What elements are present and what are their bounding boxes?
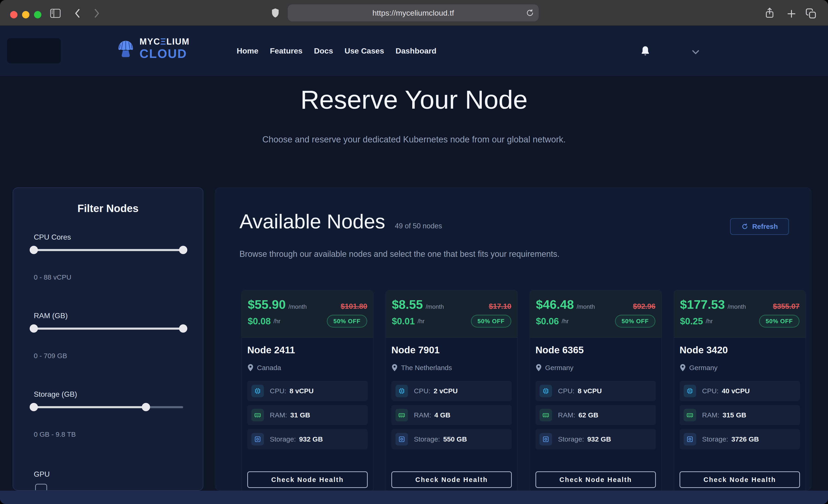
cpu-spec-row: CPU: 40 vCPU [679, 381, 800, 401]
storage-value: 3726 GB [731, 435, 759, 443]
storage-value: 550 GB [443, 435, 467, 443]
hourly-price: $0.08 [248, 316, 271, 327]
available-nodes-panel: Available Nodes 49 of 50 nodes Refresh B… [215, 187, 812, 491]
traffic-light-zoom-button[interactable] [34, 11, 41, 18]
storage-icon [396, 433, 408, 446]
cpu-spec-row: CPU: 8 vCPU [247, 381, 368, 401]
storage-label: Storage: [270, 435, 296, 443]
node-card[interactable]: $46.48 /month $92.96 $0.06 /hr 50% OFF N… [530, 290, 662, 491]
filter-label-storage: Storage (GB) [34, 390, 77, 398]
cpu-value: 8 vCPU [290, 387, 314, 395]
filter-panel: Filter Nodes CPU Cores 0 - 88 vCPU RAM (… [13, 187, 203, 491]
storage-slider-handle-min[interactable] [30, 403, 38, 411]
back-icon[interactable] [73, 8, 82, 18]
location-pin-icon [535, 364, 542, 372]
ram-slider-handle-min[interactable] [30, 324, 38, 333]
nav-link-home[interactable]: Home [237, 46, 258, 55]
nav-link-features[interactable]: Features [270, 46, 302, 55]
hourly-suffix: /hr [274, 318, 280, 325]
node-card[interactable]: $8.55 /month $17.10 $0.01 /hr 50% OFF No… [386, 290, 518, 491]
check-node-health-button[interactable]: Check Node Health [247, 471, 368, 488]
monthly-suffix: /month [426, 303, 444, 310]
panel-subtitle: Browse through our available nodes and s… [240, 249, 560, 259]
ram-slider-handle-max[interactable] [179, 324, 187, 333]
node-location: Germany [545, 364, 573, 372]
cpu-icon [540, 385, 552, 397]
card-body: Node 3420 Germany CPU: 40 vCPU [674, 338, 805, 449]
node-count-badge: 49 of 50 nodes [395, 222, 442, 230]
new-tab-icon[interactable] [787, 9, 796, 18]
ram-icon [396, 409, 408, 421]
cpu-label: CPU: [270, 387, 286, 395]
old-price: $92.96 [633, 302, 655, 310]
monthly-suffix: /month [728, 303, 746, 310]
cpu-slider-handle-max[interactable] [179, 246, 187, 254]
storage-label: Storage: [558, 435, 584, 443]
ram-spec-row: RAM: 315 GB [679, 405, 800, 425]
storage-slider-handle-max[interactable] [142, 403, 150, 411]
filter-label-cpu: CPU Cores [34, 233, 71, 242]
tabs-overview-icon[interactable] [806, 8, 816, 19]
traffic-light-close-button[interactable] [10, 11, 17, 18]
monthly-price: $8.55 [392, 297, 423, 311]
refresh-button-label: Refresh [752, 222, 778, 230]
ram-value: 31 GB [290, 411, 310, 419]
mushroom-logo-icon [116, 38, 135, 59]
cpu-value: 8 vCPU [578, 387, 602, 395]
slider-track-fill [34, 406, 146, 408]
chevron-down-icon[interactable] [692, 49, 700, 56]
hourly-price: $0.25 [680, 316, 703, 327]
cpu-icon [396, 385, 408, 397]
discount-badge: 50% OFF [327, 315, 367, 328]
cpu-label: CPU: [414, 387, 430, 395]
storage-range-slider[interactable] [34, 403, 183, 411]
forward-icon[interactable] [92, 8, 101, 18]
location-pin-icon [247, 364, 254, 372]
gpu-checkbox[interactable] [35, 484, 47, 491]
ram-spec-row: RAM: 4 GB [391, 405, 512, 425]
ram-label: RAM: [558, 411, 575, 419]
old-price: $355.07 [773, 302, 799, 310]
node-name: Node 3420 [679, 345, 800, 355]
node-location: The Netherlands [401, 364, 452, 372]
address-bar[interactable]: https://myceliumcloud.tf [288, 4, 539, 22]
bell-icon[interactable] [640, 45, 650, 57]
ram-range-slider[interactable] [34, 324, 183, 333]
nav-left-placeholder [7, 38, 61, 64]
check-node-health-button[interactable]: Check Node Health [391, 471, 512, 488]
filter-panel-title: Filter Nodes [13, 202, 203, 215]
location-pin-icon [391, 364, 398, 372]
node-name: Node 2411 [247, 345, 368, 355]
node-name: Node 7901 [391, 345, 512, 355]
filter-range-cpu: 0 - 88 vCPU [34, 274, 71, 281]
check-node-health-button[interactable]: Check Node Health [679, 471, 800, 488]
nav-link-docs[interactable]: Docs [314, 46, 333, 55]
sidebar-toggle-icon[interactable] [50, 9, 61, 18]
cpu-spec-row: CPU: 8 vCPU [535, 381, 656, 401]
brand-logo[interactable]: MYCΞLIUM CLOUD [116, 37, 190, 60]
node-location: Canada [257, 364, 281, 372]
share-icon[interactable] [764, 7, 775, 18]
cpu-slider-handle-min[interactable] [30, 246, 38, 254]
filter-range-storage: 0 GB - 9.8 TB [34, 430, 76, 438]
node-card[interactable]: $177.53 /month $355.07 $0.25 /hr 50% OFF… [674, 290, 806, 491]
ram-icon [540, 409, 552, 421]
old-price: $101.80 [341, 302, 367, 310]
check-node-health-button[interactable]: Check Node Health [535, 471, 656, 488]
page-subtitle: Choose and reserve your dedicated Kubern… [0, 135, 828, 144]
cpu-range-slider[interactable] [34, 246, 183, 254]
reload-icon[interactable] [525, 8, 535, 18]
traffic-light-minimize-button[interactable] [22, 11, 30, 18]
storage-icon [251, 433, 264, 446]
nav-link-dashboard[interactable]: Dashboard [396, 46, 437, 55]
cpu-value: 40 vCPU [722, 387, 750, 395]
next-section-band [0, 491, 828, 504]
nav-link-use-cases[interactable]: Use Cases [344, 46, 384, 55]
cpu-icon [684, 385, 696, 397]
node-card[interactable]: $55.90 /month $101.80 $0.08 /hr 50% OFF … [242, 290, 373, 491]
cpu-label: CPU: [702, 387, 718, 395]
ram-value: 62 GB [578, 411, 598, 419]
shield-icon[interactable] [271, 8, 280, 18]
discount-badge: 50% OFF [759, 315, 799, 328]
refresh-button[interactable]: Refresh [730, 218, 789, 235]
